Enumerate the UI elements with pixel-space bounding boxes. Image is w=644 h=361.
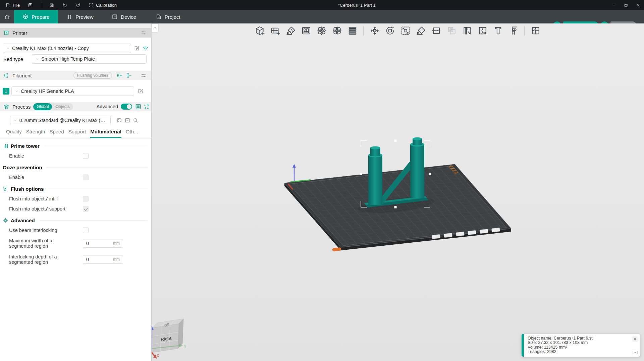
measure-button[interactable] [508,25,519,36]
filament-section-title: Filament [12,73,32,78]
setting-row: Maximum width of a segmented regionmm [0,235,151,251]
paint-seam-icon [478,25,488,36]
scale-icon [400,25,411,36]
param-tab-multimaterial[interactable]: Multimaterial [90,129,121,138]
edit-filament-button[interactable] [138,88,144,94]
cut-button[interactable] [431,25,442,36]
menu-list-icon [28,3,33,8]
parameter-sections: Prime towerEnableOoze preventionEnableFl… [0,138,151,267]
flush-options-icon [3,186,8,192]
checkbox-enable[interactable] [83,153,89,159]
setting-row: Flush into objects' support [0,204,151,214]
rotate-button[interactable] [385,25,396,36]
process-scope-toggle[interactable]: Global Objects [33,103,73,110]
scope-objects[interactable]: Objects [52,103,73,110]
collapse-sidebar-icon [153,26,157,31]
navcube-x-label: x [157,353,159,358]
paint-support-icon [462,25,473,36]
calibration-menu[interactable]: Calibration [89,3,117,8]
split-to-objects-button[interactable] [316,25,327,36]
file-menu[interactable]: File [5,3,20,8]
param-tab-oth[interactable]: Oth... [126,129,138,138]
add-filament-button[interactable] [116,72,122,78]
info-collapse-button[interactable]: – [633,351,638,354]
value-field[interactable] [86,241,113,246]
section-divider [39,220,147,221]
orientation-cube[interactable]: Right Top z x y [152,319,186,359]
info-close-button[interactable] [632,336,638,342]
viewport-3d[interactable]: Right Top z x y A Object name: Cerberus+… [152,23,644,361]
save-preset-button[interactable] [116,117,122,123]
layer-bars-icon [347,25,358,36]
info-line-2: Volume: 113425 mm³ [528,345,631,350]
printer-section-title: Printer [12,30,27,36]
lay-on-face-button[interactable] [416,25,427,36]
flushing-volumes-button[interactable]: Flushing volumes [73,72,112,79]
scene-3d[interactable]: Right Top z x y [152,23,644,361]
value-field[interactable] [86,257,113,262]
sidebar-collapse-button[interactable] [152,23,159,33]
info-line-0: Object name: Cerberus+1 Part 6.stl [528,336,631,341]
param-tab-support[interactable]: Support [68,129,86,138]
minimize-button[interactable] [608,0,620,10]
remove-filament-button[interactable] [126,72,132,78]
section-divider [48,189,147,189]
auto-orient-button[interactable]: A [285,25,297,36]
filament-settings-button[interactable] [141,72,147,78]
home-button[interactable] [0,10,14,23]
scale-button[interactable] [400,25,411,36]
tab-project[interactable]: Project [146,10,190,23]
parameter-list-button[interactable] [135,103,142,110]
advanced-toggle[interactable] [121,104,132,110]
tab-preview[interactable]: Preview [58,10,102,23]
assembly-button[interactable] [530,25,541,36]
undo-button[interactable] [62,3,67,8]
device-icon [112,14,118,20]
arrange-button[interactable] [301,25,312,36]
paint-seam-button[interactable] [477,25,488,36]
param-tab-strength[interactable]: Strength [26,129,45,138]
filament-select[interactable]: Creality HF Generic PLA [11,86,134,96]
save-button[interactable] [49,3,54,8]
process-preset-select[interactable]: 0.20mm Standard @Creality K1Max (0.... [10,116,111,125]
move-button[interactable] [369,25,380,36]
split-to-parts-button[interactable] [332,25,343,36]
variable-layer-height-button[interactable] [347,25,358,36]
text-tool-button[interactable] [493,25,504,36]
setting-row: Use beam interlocking [0,225,151,235]
printer-settings-button[interactable] [141,30,147,36]
tab-device[interactable]: Device [102,10,146,23]
add-model-button[interactable] [255,25,266,36]
param-tab-quality[interactable]: Quality [6,129,22,138]
tab-label: Prepare [32,14,49,20]
restore-button[interactable] [620,0,632,10]
edit-printer-button[interactable] [134,45,140,51]
tab-prepare[interactable]: Prepare [14,10,58,23]
scope-global[interactable]: Global [33,103,52,110]
paint-support-button[interactable] [462,25,473,36]
svg-text:A: A [290,28,293,33]
printer-select[interactable]: Creality K1 Max (0.4 nozzle) - Copy [3,44,131,53]
tab-label: Device [121,14,136,20]
add-plate-button[interactable] [270,25,281,36]
param-tab-speed[interactable]: Speed [49,129,64,138]
window-controls [608,0,644,10]
section-header-advanced: Advanced [0,215,151,225]
delete-preset-button[interactable] [124,117,130,123]
filament-slot-badge: 1 [3,88,9,95]
filament-select-value: Creality HF Generic PLA [21,88,74,94]
redo-button[interactable] [75,3,80,8]
nav-tabs: PreparePreviewDeviceProject [14,10,190,23]
checkbox-use-beam-interlocking[interactable] [83,228,89,233]
save-icon [116,117,122,123]
input-interlocking-depth-of-a-segmented-region: mm [83,255,123,264]
bed-type-select[interactable]: Smooth High Temp Plate [32,54,147,64]
recent-files-button[interactable] [28,3,33,8]
wifi-button[interactable] [143,45,149,51]
close-button[interactable] [632,0,644,10]
section-header-prime-tower: Prime tower [0,141,151,151]
compare-presets-button[interactable]: AB [143,103,150,110]
advanced-icon [3,218,8,223]
search-settings-button[interactable] [132,117,139,123]
unit-label: mm [113,257,120,262]
